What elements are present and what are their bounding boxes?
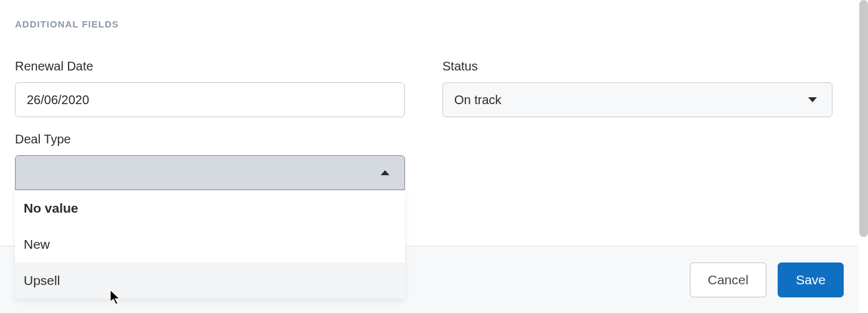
scrollbar[interactable] — [859, 0, 868, 237]
deal-type-option-upsell[interactable]: Upsell — [15, 262, 405, 299]
cancel-button[interactable]: Cancel — [690, 262, 766, 297]
deal-type-label: Deal Type — [15, 132, 405, 147]
deal-type-option-no-value[interactable]: No value — [15, 190, 405, 226]
save-button[interactable]: Save — [778, 262, 844, 297]
deal-type-option-new[interactable]: New — [15, 226, 405, 262]
deal-type-select[interactable] — [15, 155, 405, 190]
chevron-up-icon — [381, 170, 389, 175]
chevron-down-icon — [808, 97, 817, 102]
section-heading: ADDITIONAL FIELDS — [15, 19, 853, 29]
renewal-date-label: Renewal Date — [15, 59, 405, 74]
deal-type-dropdown: No value New Upsell — [15, 190, 405, 299]
status-value: On track — [454, 93, 502, 107]
status-label: Status — [442, 59, 832, 74]
renewal-date-input[interactable] — [15, 82, 405, 117]
status-select[interactable]: On track — [442, 82, 832, 117]
